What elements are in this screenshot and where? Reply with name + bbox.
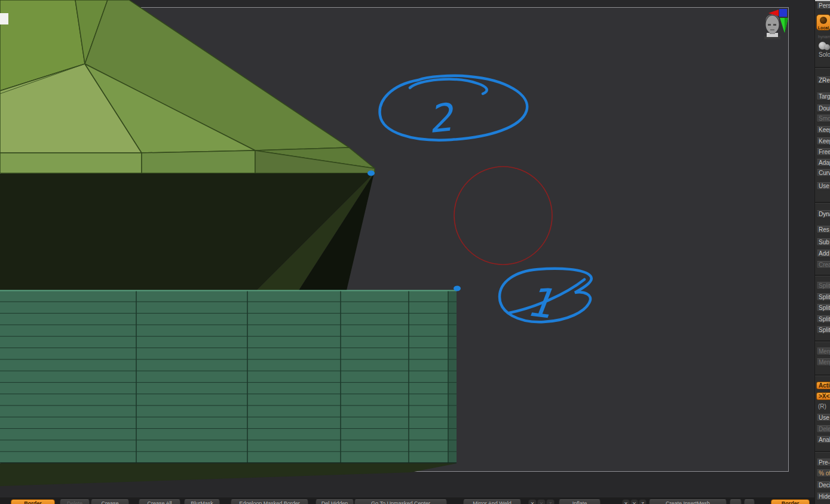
sidebar-item-keep-8[interactable]: Keep xyxy=(816,126,830,134)
sidebar-item-curve-12[interactable]: Curve xyxy=(816,169,830,177)
toolbar-button-create-insertmesh[interactable]: Create InsertMesh xyxy=(649,499,727,504)
sidebar-item-solo-3[interactable]: Solo xyxy=(816,41,830,60)
sidebar-item-persp-0[interactable]: Persp xyxy=(816,2,830,10)
toolbar-button-go-to-unmasked-center[interactable]: Go To Unmasked Center xyxy=(354,499,447,504)
sidebar-item-res-15[interactable]: Res xyxy=(816,226,830,233)
sidebar-item-merg-24[interactable]: Merg xyxy=(816,348,830,355)
sidebar-item-split-21[interactable]: Split xyxy=(816,304,830,312)
toolbar-button-crease-all[interactable]: Crease All xyxy=(139,499,180,504)
teal-grid-plane[interactable] xyxy=(0,290,457,463)
note-box xyxy=(0,13,8,24)
sidebar-item--of-33[interactable]: % of xyxy=(816,469,830,477)
sidebar-item-use-p-29[interactable]: Use P xyxy=(816,414,830,422)
sidebar-item-adap-11[interactable]: Adap xyxy=(816,159,830,167)
sidebar-item-split-19[interactable]: Split xyxy=(816,282,830,290)
sidebar-item-dele-30[interactable]: Dele xyxy=(816,425,830,433)
toolbar-button-crease[interactable]: Crease xyxy=(91,499,129,504)
toolbar-button-border[interactable]: Border xyxy=(11,499,55,504)
viewport-canvas[interactable]: 2 1 xyxy=(0,0,830,504)
toolbar-button-inflate[interactable]: Inflate xyxy=(559,499,601,504)
sidebar-item-decim-34[interactable]: Decim xyxy=(816,481,830,489)
panel-divider xyxy=(815,275,830,276)
panel-divider xyxy=(815,451,830,453)
zbrush-window: 2 1 BorderDeleteCreaseCrease AllBlurMask… xyxy=(0,0,830,504)
sidebar-item-use-p-13[interactable]: Use P xyxy=(816,182,830,190)
bottom-toolbar: BorderDeleteCreaseCrease AllBlurMaskEdge… xyxy=(0,497,814,504)
toolbar-button-border[interactable]: Border xyxy=(771,499,810,504)
sidebar-item--x--27[interactable]: >X< xyxy=(816,392,830,400)
sidebar-item-merg-25[interactable]: Merg xyxy=(816,358,830,366)
sidebar-item-activ-26[interactable]: Activ xyxy=(816,382,830,389)
sidebar-item-crea-18[interactable]: Crea xyxy=(816,261,830,269)
panel-divider xyxy=(815,67,830,69)
toolbar-button-z[interactable]: Z xyxy=(639,499,647,504)
sidebar-item-analy-31[interactable]: Analy xyxy=(816,436,830,444)
toolbar-button-x[interactable]: X xyxy=(622,499,630,504)
axis-z-square xyxy=(779,9,787,17)
sidebar-item-targe-5[interactable]: Targe xyxy=(816,93,830,100)
sidebar-item-split-22[interactable]: Split xyxy=(816,315,830,323)
toolbar-button-blank-18[interactable] xyxy=(744,499,755,504)
sidebar-item-zrem-4[interactable]: ZRem xyxy=(816,76,830,84)
right-tool-panel: PerspLocalhynamSoloZRemTargeDoubSmooKeep… xyxy=(814,0,830,504)
sidebar-item-freez-10[interactable]: Freez xyxy=(816,148,830,156)
sidebar-item-keep-9[interactable]: Keep xyxy=(816,137,830,145)
sidebar-item-hynam-2: hynam xyxy=(816,35,830,39)
panel-top-highlight xyxy=(815,0,830,1)
panel-divider xyxy=(815,340,830,342)
sidebar-item-add-17[interactable]: Add xyxy=(816,250,830,257)
toolbar-button-del-hidden[interactable]: Del Hidden xyxy=(316,499,354,504)
toolbar-button-y[interactable]: Y xyxy=(537,499,546,504)
sidebar-item-doub-6[interactable]: Doub xyxy=(816,105,830,112)
solo-sphere-icon-small xyxy=(824,44,830,50)
panel-divider xyxy=(815,202,830,204)
sidebar-item-pre-p-32[interactable]: Pre-p xyxy=(816,459,830,466)
sidebar-item-split-20[interactable]: Split xyxy=(816,293,830,301)
toolbar-button-blurmask[interactable]: BlurMask xyxy=(184,499,220,504)
toolbar-button-x[interactable]: X xyxy=(528,499,537,504)
sidebar-item-smoo-7[interactable]: Smoo xyxy=(816,115,830,122)
sidebar-item-split-23[interactable]: Split xyxy=(816,326,830,334)
sidebar-item-hidep-35[interactable]: HideP xyxy=(816,493,830,500)
local-symmetry-icon xyxy=(820,17,827,24)
stroke-point-dot-bottom[interactable] xyxy=(454,286,461,291)
panel-divider xyxy=(815,374,830,376)
sidebar-item-sub-16[interactable]: Sub xyxy=(816,238,830,246)
toolbar-button-mirror-and-weld[interactable]: Mirror And Weld xyxy=(463,499,521,504)
stroke-point-dot-top[interactable] xyxy=(367,171,375,176)
sidebar-item-dyna-14[interactable]: Dyna xyxy=(816,210,830,218)
toolbar-button-delete[interactable]: Delete xyxy=(60,499,90,504)
sidebar-item--r--28[interactable]: (R) xyxy=(816,403,830,411)
toolbar-button-blank-17[interactable] xyxy=(730,499,742,504)
sidebar-item-local-1[interactable]: Local xyxy=(816,14,830,30)
toolbar-button-z[interactable]: Z xyxy=(546,499,555,504)
camera-head-icon[interactable] xyxy=(764,14,780,39)
toolbar-button-edgeloop-masked-border[interactable]: Edgeloop Masked Border xyxy=(231,499,308,504)
toolbar-button-y[interactable]: Y xyxy=(630,499,638,504)
green-mesh-shadow-faces[interactable] xyxy=(0,173,374,290)
